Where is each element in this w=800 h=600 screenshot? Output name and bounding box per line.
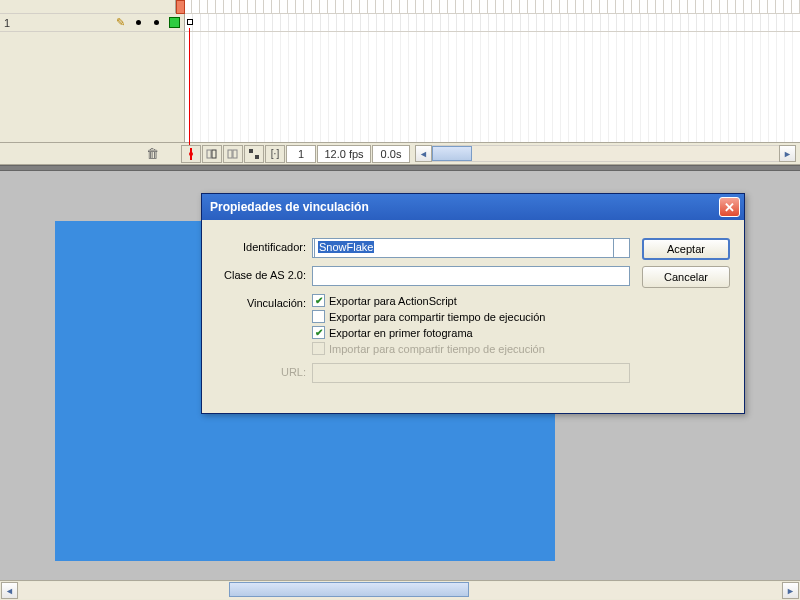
scroll-thumb[interactable] bbox=[229, 582, 469, 597]
outline-color-icon[interactable] bbox=[168, 17, 180, 29]
layer-header bbox=[0, 0, 176, 13]
export-actionscript-label: Exportar para ActionScript bbox=[329, 295, 457, 307]
scroll-right-icon[interactable]: ► bbox=[782, 582, 799, 599]
export-runtime-label: Exportar para compartir tiempo de ejecuc… bbox=[329, 311, 545, 323]
playhead-line bbox=[189, 28, 190, 153]
layer-row[interactable]: 1 ✎ bbox=[0, 14, 185, 32]
svg-rect-2 bbox=[207, 150, 211, 158]
layer-name-label: 1 bbox=[4, 17, 108, 29]
timeline-scrollbar[interactable]: ◄ ► bbox=[415, 145, 796, 162]
dialog-titlebar[interactable]: Propiedades de vinculación ✕ bbox=[202, 194, 744, 220]
import-runtime-checkbox bbox=[312, 342, 325, 355]
identifier-label: Identificador: bbox=[216, 238, 312, 253]
dialog-title: Propiedades de vinculación bbox=[210, 200, 719, 214]
pencil-icon: ✎ bbox=[114, 17, 126, 29]
lock-dot-icon[interactable] bbox=[150, 17, 162, 29]
timeline-footer: 🗑 [·] 1 12.0 fps 0.0s ◄ ► bbox=[0, 142, 800, 164]
identifier-input[interactable]: SnowFlake bbox=[314, 238, 614, 258]
onion-skin-button[interactable] bbox=[202, 145, 222, 163]
scroll-track[interactable] bbox=[19, 582, 781, 599]
as-class-label: Clase de AS 2.0: bbox=[216, 266, 312, 281]
frames-empty-area bbox=[185, 32, 800, 142]
current-frame-field[interactable]: 1 bbox=[286, 145, 316, 163]
as-class-input[interactable] bbox=[312, 266, 630, 286]
modify-onion-markers-button[interactable]: [·] bbox=[265, 145, 285, 163]
fps-field[interactable]: 12.0 fps bbox=[317, 145, 371, 163]
timeline-panel: 1 ✎ 🗑 [·] 1 12.0 fps 0.0s ◄ ► bbox=[0, 0, 800, 165]
frames-track[interactable] bbox=[185, 14, 800, 32]
trash-icon[interactable]: 🗑 bbox=[146, 146, 159, 161]
linkage-label: Vinculación: bbox=[216, 294, 312, 309]
playhead-icon[interactable] bbox=[176, 0, 185, 14]
svg-rect-7 bbox=[255, 155, 259, 159]
elapsed-time-field: 0.0s bbox=[372, 145, 410, 163]
url-label: URL: bbox=[216, 363, 312, 378]
visibility-dot-icon[interactable] bbox=[132, 17, 144, 29]
cancel-button[interactable]: Cancelar bbox=[642, 266, 730, 288]
onion-skin-outlines-button[interactable] bbox=[223, 145, 243, 163]
timeline-ruler[interactable] bbox=[176, 0, 800, 13]
scroll-left-icon[interactable]: ◄ bbox=[1, 582, 18, 599]
keyframe-icon[interactable] bbox=[187, 19, 193, 25]
scroll-left-icon[interactable]: ◄ bbox=[415, 145, 432, 162]
scroll-right-icon[interactable]: ► bbox=[779, 145, 796, 162]
center-frame-button[interactable] bbox=[181, 145, 201, 163]
linkage-properties-dialog: Propiedades de vinculación ✕ Identificad… bbox=[201, 193, 745, 414]
scroll-track[interactable] bbox=[432, 145, 779, 162]
stage-horizontal-scrollbar[interactable]: ◄ ► bbox=[0, 580, 800, 600]
scroll-thumb[interactable] bbox=[432, 146, 472, 161]
svg-rect-5 bbox=[233, 150, 237, 158]
url-input bbox=[312, 363, 630, 383]
export-first-frame-checkbox[interactable]: ✔ bbox=[312, 326, 325, 339]
import-runtime-label: Importar para compartir tiempo de ejecuc… bbox=[329, 343, 545, 355]
edit-multiple-frames-button[interactable] bbox=[244, 145, 264, 163]
layers-empty-area bbox=[0, 32, 185, 142]
accept-button[interactable]: Aceptar bbox=[642, 238, 730, 260]
svg-point-1 bbox=[189, 152, 193, 156]
export-actionscript-checkbox[interactable]: ✔ bbox=[312, 294, 325, 307]
svg-rect-4 bbox=[228, 150, 232, 158]
svg-rect-3 bbox=[212, 150, 216, 158]
svg-rect-6 bbox=[249, 149, 253, 153]
close-icon[interactable]: ✕ bbox=[719, 197, 740, 217]
export-first-frame-label: Exportar en primer fotograma bbox=[329, 327, 473, 339]
export-runtime-checkbox[interactable] bbox=[312, 310, 325, 323]
